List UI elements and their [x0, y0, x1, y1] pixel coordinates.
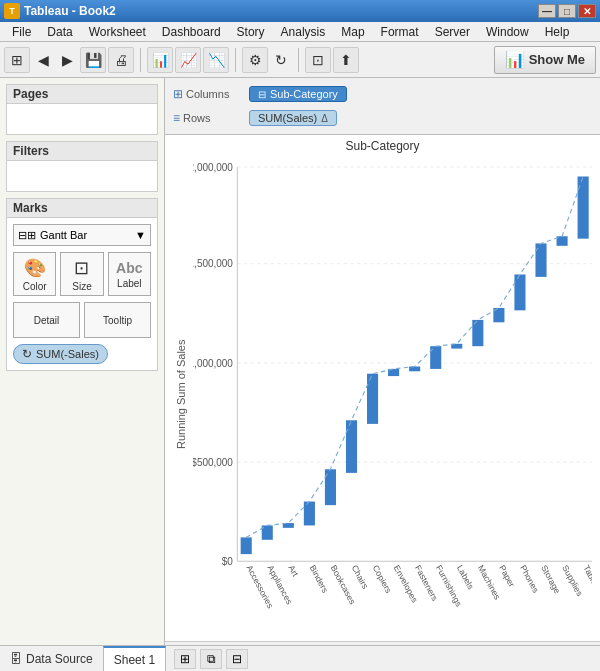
marks-title: Marks: [7, 199, 157, 218]
toolbar-new-btn[interactable]: ⊞: [4, 47, 30, 73]
delta-icon: Δ: [321, 113, 328, 124]
svg-text:Tables: Tables: [581, 563, 592, 591]
new-dashboard-btn[interactable]: ⊟: [226, 649, 248, 669]
marks-section: Marks ⊟⊞ Gantt Bar ▼ 🎨 Color ⊡: [6, 198, 158, 371]
menu-worksheet[interactable]: Worksheet: [81, 23, 154, 41]
scroll-right-arrow[interactable]: ▶: [568, 645, 584, 646]
data-source-tab[interactable]: 🗄 Data Source: [0, 646, 103, 671]
menu-analysis[interactable]: Analysis: [273, 23, 334, 41]
rows-icon: ≡: [173, 111, 180, 125]
status-bar: 🗄 Data Source Sheet 1 ⊞ ⧉ ⊟: [0, 645, 600, 671]
svg-text:Copiers: Copiers: [371, 563, 394, 595]
subcategory-label: Sub-Category: [270, 88, 338, 100]
svg-text:Supplies: Supplies: [560, 563, 584, 598]
svg-text:$1,000,000: $1,000,000: [193, 357, 233, 368]
chart-container: Running Sum of Sales $0 $500,000 $1,0: [165, 155, 600, 641]
color-button[interactable]: 🎨 Color: [13, 252, 56, 296]
pages-section: Pages: [6, 84, 158, 135]
scroll-left-arrow[interactable]: ◀: [181, 645, 197, 646]
chart-title: Sub-Category: [165, 135, 600, 155]
size-icon: ⊡: [74, 257, 89, 279]
filters-title: Filters: [7, 142, 157, 161]
scrollbar-track[interactable]: [197, 645, 568, 646]
filters-content: [7, 161, 157, 191]
menu-server[interactable]: Server: [427, 23, 478, 41]
chart-area: ⊞ Columns ⊟ Sub-Category ≡ Rows SUM(Sale…: [165, 78, 600, 645]
menu-help[interactable]: Help: [537, 23, 578, 41]
svg-rect-25: [514, 275, 525, 311]
sum-sales-shelf-pill[interactable]: SUM(Sales) Δ: [249, 110, 337, 126]
toolbar-save-btn[interactable]: 💾: [80, 47, 106, 73]
sum-sales-icon: ↻: [22, 347, 32, 361]
subcategory-pill[interactable]: ⊟ Sub-Category: [249, 86, 347, 102]
svg-text:$0: $0: [222, 556, 233, 567]
detail-button[interactable]: Detail: [13, 302, 80, 338]
gantt-bar-icon: ⊟⊞: [18, 229, 36, 242]
y-axis-label: Running Sum of Sales: [173, 155, 189, 633]
label-label: Label: [117, 278, 141, 289]
toolbar-print-btn[interactable]: 🖨: [108, 47, 134, 73]
toolbar-forward-btn[interactable]: ▶: [56, 49, 78, 71]
left-panel: Pages Filters Marks ⊟⊞ Gantt Bar ▼: [0, 78, 165, 645]
chart-inner: $0 $500,000 $1,000,000 $1,500,000 $2,000…: [193, 155, 592, 633]
menu-map[interactable]: Map: [333, 23, 372, 41]
toolbar-refresh-btn[interactable]: ↻: [270, 49, 292, 71]
horizontal-scrollbar[interactable]: ◀ ▶: [165, 641, 600, 645]
show-me-button[interactable]: 📊 Show Me: [494, 46, 596, 74]
marks-type-dropdown[interactable]: ⊟⊞ Gantt Bar ▼: [13, 224, 151, 246]
toolbar-chart2-btn[interactable]: 📈: [175, 47, 201, 73]
toolbar-back-btn[interactable]: ◀: [32, 49, 54, 71]
color-icon: 🎨: [24, 257, 46, 279]
columns-shelf: ⊞ Columns ⊟ Sub-Category: [173, 82, 592, 106]
marks-content: ⊟⊞ Gantt Bar ▼ 🎨 Color ⊡ Size Abc: [7, 218, 157, 370]
svg-rect-20: [409, 367, 420, 372]
toolbar-filter-btn[interactable]: ⚙: [242, 47, 268, 73]
svg-text:Storage: Storage: [539, 563, 562, 595]
minimize-button[interactable]: —: [538, 4, 556, 18]
toolbar-sep3: [298, 48, 299, 72]
menu-story[interactable]: Story: [229, 23, 273, 41]
svg-text:Paper: Paper: [497, 563, 516, 589]
subcategory-icon: ⊟: [258, 89, 266, 100]
marks-buttons-row: 🎨 Color ⊡ Size Abc Label: [13, 252, 151, 296]
svg-text:Art: Art: [287, 563, 301, 579]
sum-sales-pill[interactable]: ↻ SUM(-Sales): [13, 344, 108, 364]
color-label: Color: [23, 281, 47, 292]
columns-label: Columns: [186, 88, 229, 100]
close-button[interactable]: ✕: [578, 4, 596, 18]
menu-bar: File Data Worksheet Dashboard Story Anal…: [0, 22, 600, 42]
sheet1-tab[interactable]: Sheet 1: [103, 646, 166, 671]
data-source-label: Data Source: [26, 652, 93, 666]
svg-text:Phones: Phones: [518, 563, 540, 594]
pages-content: [7, 104, 157, 134]
chart-svg: $0 $500,000 $1,000,000 $1,500,000 $2,000…: [193, 155, 592, 633]
size-label: Size: [72, 281, 91, 292]
tooltip-button[interactable]: Tooltip: [84, 302, 151, 338]
new-sheet-btn[interactable]: ⊞: [174, 649, 196, 669]
shelf-area: ⊞ Columns ⊟ Sub-Category ≡ Rows SUM(Sale…: [165, 78, 600, 135]
marks-type-label: Gantt Bar: [40, 229, 87, 241]
toolbar-chart-btn[interactable]: 📊: [147, 47, 173, 73]
duplicate-sheet-btn[interactable]: ⧉: [200, 649, 222, 669]
maximize-button[interactable]: □: [558, 4, 576, 18]
data-source-icon: 🗄: [10, 652, 22, 666]
menu-window[interactable]: Window: [478, 23, 537, 41]
svg-rect-17: [346, 420, 357, 473]
toolbar-chart3-btn[interactable]: 📉: [203, 47, 229, 73]
sum-sales-label: SUM(-Sales): [36, 348, 99, 360]
toolbar-share-btn[interactable]: ⬆: [333, 47, 359, 73]
menu-format[interactable]: Format: [373, 23, 427, 41]
svg-rect-12: [241, 537, 252, 554]
svg-rect-28: [578, 177, 589, 239]
rows-label: Rows: [183, 112, 211, 124]
menu-dashboard[interactable]: Dashboard: [154, 23, 229, 41]
size-button[interactable]: ⊡ Size: [60, 252, 103, 296]
svg-rect-15: [304, 502, 315, 526]
menu-data[interactable]: Data: [39, 23, 80, 41]
menu-file[interactable]: File: [4, 23, 39, 41]
label-button[interactable]: Abc Label: [108, 252, 151, 296]
pages-title: Pages: [7, 85, 157, 104]
toolbar-present-btn[interactable]: ⊡: [305, 47, 331, 73]
viz-area: Sub-Category Running Sum of Sales $0 $50…: [165, 135, 600, 645]
show-me-label: Show Me: [529, 52, 585, 67]
